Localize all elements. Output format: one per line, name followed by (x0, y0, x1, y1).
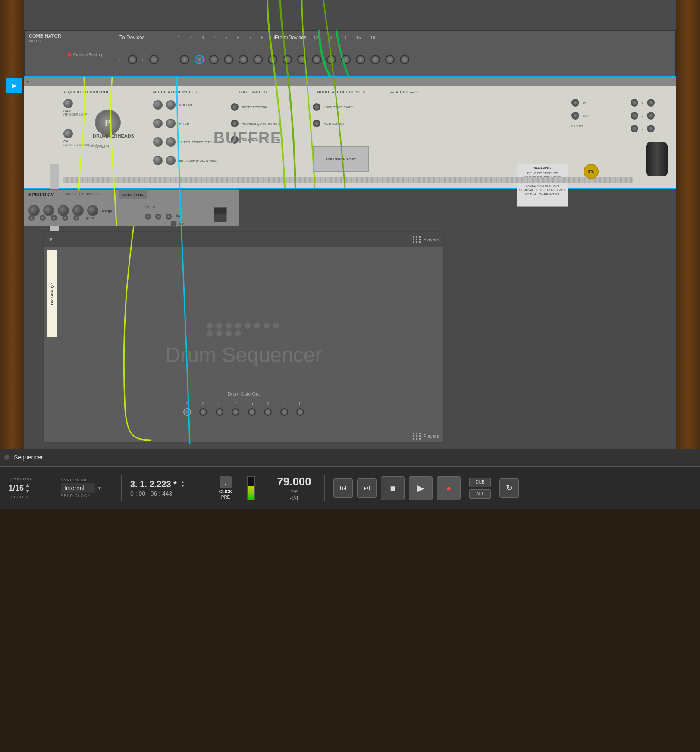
players-button-bottom[interactable]: Players (413, 433, 439, 440)
audio-in-port[interactable] (571, 99, 579, 107)
loop-button[interactable]: ↻ (499, 478, 519, 498)
spider-port-5[interactable] (73, 215, 79, 221)
ch-jack-15[interactable] (385, 55, 395, 64)
stop-button[interactable]: ■ (381, 476, 405, 500)
drum-seq-dropdown-arrow[interactable]: ▼ (48, 236, 53, 242)
drum-gate-jack-3[interactable] (216, 408, 223, 416)
ch-jack-1[interactable] (180, 55, 189, 64)
spider-port-1[interactable] (28, 215, 35, 221)
players-button-top[interactable]: Players (413, 236, 439, 243)
num-port-2a[interactable] (631, 112, 638, 120)
ch-jack-2[interactable] (195, 55, 204, 64)
manufacturer-label: Propelant (91, 144, 109, 149)
mod-knob-3a[interactable] (153, 137, 163, 147)
fast-forward-button[interactable]: ⏭ (357, 478, 377, 498)
drum-gate-jack-8[interactable] (296, 408, 304, 416)
mod-knob-4b[interactable] (166, 156, 176, 165)
cv-knob[interactable] (63, 129, 73, 138)
sync-value[interactable]: Internal (61, 483, 95, 493)
ch11-label: 11 (299, 35, 304, 40)
mod-knob-3b[interactable] (166, 137, 176, 147)
position-cv-label: POSITION (CV) (324, 122, 345, 125)
spider-port-2[interactable] (40, 215, 46, 221)
position-up-arrow[interactable]: ▲ (181, 481, 185, 484)
ch-jack-14[interactable] (370, 55, 380, 64)
split-b-ports: Inv (145, 214, 181, 220)
position-cv-port[interactable] (313, 120, 320, 127)
spider-port-4[interactable] (62, 215, 68, 221)
num-port-2b[interactable] (647, 112, 655, 120)
ch1-label: 1 (178, 35, 180, 40)
tap-label[interactable]: TAP (291, 489, 298, 494)
spider-full-label: MERGER & SPLITTER (65, 192, 101, 196)
ch-jack-16[interactable] (400, 55, 409, 64)
drum-gate-jack-1[interactable] (183, 408, 191, 416)
ch-jack-4[interactable] (224, 55, 233, 64)
audio-jack-l[interactable] (128, 55, 137, 64)
num-port-1b[interactable] (647, 99, 655, 107)
ch-jack-8[interactable] (283, 55, 292, 64)
tempo-value[interactable]: 79.000 (277, 475, 311, 488)
num-port-3b[interactable] (647, 125, 655, 132)
position-down-arrow[interactable]: ▼ (181, 485, 185, 488)
drum-seq-watermark: Drum Sequencer (166, 323, 322, 367)
quantize-value[interactable]: 1/16 (9, 484, 24, 493)
click-icon-button[interactable]: ♩ (220, 476, 232, 488)
advance-qn-port[interactable] (231, 120, 239, 127)
mod-knob-1a[interactable] (153, 100, 163, 110)
mod-knob-4a[interactable] (153, 156, 163, 165)
rewind-button[interactable]: ⏮ (333, 478, 353, 498)
ch13-label: 13 (327, 35, 332, 40)
ch-jack-10[interactable] (312, 55, 321, 64)
drum-gate-jack-4[interactable] (232, 408, 239, 416)
ch-jack-6[interactable] (253, 55, 263, 64)
ch-jack-7[interactable] (268, 55, 277, 64)
spider-button[interactable] (214, 214, 227, 222)
split-b-port-3[interactable] (166, 214, 172, 220)
sync-dropdown-arrow[interactable]: ▼ (97, 486, 102, 491)
ch-jack-3[interactable] (209, 55, 219, 64)
ch-jack-11[interactable] (326, 55, 336, 64)
loop-start-port[interactable] (313, 103, 320, 111)
sync-mode-label: SYNC MODE (61, 478, 113, 482)
fast-forward-icon: ⏭ (364, 484, 370, 492)
seq-led (4, 455, 9, 460)
ch-jack-12[interactable] (341, 55, 351, 64)
spider-port-3[interactable] (51, 215, 57, 221)
dub-button[interactable]: DUB (469, 478, 491, 487)
ch-jack-5[interactable] (239, 55, 248, 64)
mod-knob-2b[interactable] (166, 119, 176, 128)
players-label-top: Players (423, 237, 439, 242)
reset-pos-port[interactable] (231, 103, 239, 111)
audio-out-port[interactable] (571, 112, 579, 120)
drum-gate-jack-7[interactable] (280, 408, 288, 416)
audio-r-title: — AUDIO — R (390, 90, 418, 94)
time-signature[interactable]: 4/4 (290, 494, 298, 501)
mod-knob-1b[interactable] (166, 100, 176, 110)
spider-cv-tab[interactable]: SPIDER CV (119, 189, 147, 199)
buffre-top-text: ▼ (26, 80, 29, 84)
inv-checkbox[interactable] (171, 221, 177, 227)
num-port-1a[interactable] (631, 99, 638, 107)
position-time: 0 : 00 : 06 : 443 (130, 490, 195, 497)
drumseq-vert-label: DRUMSEQ 1 (47, 250, 57, 337)
drum-gate-jack-2[interactable] (199, 408, 207, 416)
ch-jack-13[interactable] (356, 55, 365, 64)
split-b-port-2[interactable] (155, 214, 161, 220)
drum-gate-jack-5[interactable] (248, 408, 256, 416)
play-button[interactable]: ▶ (409, 476, 433, 500)
quantize-up-arrow[interactable]: ▲ (25, 482, 30, 488)
ch-jack-9[interactable] (297, 55, 307, 64)
drum-gate-jack-6[interactable] (264, 408, 272, 416)
alt-button[interactable]: ALT (469, 489, 491, 499)
num-port-3a[interactable] (631, 125, 638, 132)
gate-num-5: 5 (251, 401, 253, 406)
record-button[interactable]: ● (437, 476, 461, 500)
mod-knob-2a[interactable] (153, 119, 163, 128)
nav-arrow-button[interactable]: ▶ (6, 78, 22, 93)
gate-knob[interactable] (63, 99, 73, 108)
audio-jack-r[interactable] (149, 55, 159, 64)
split-b-port-1[interactable] (145, 214, 151, 220)
expansion-port[interactable]: EXPANSION PORT (313, 146, 369, 172)
quantize-down-arrow[interactable]: ▼ (25, 488, 30, 494)
